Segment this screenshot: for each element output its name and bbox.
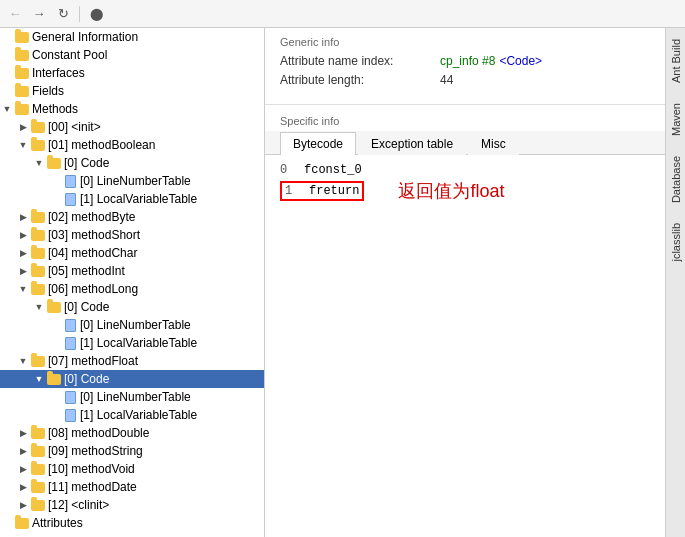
tree-arrow: ▶ [16,266,30,276]
tree-arrow: ▼ [16,140,30,150]
tree-label: [09] methodString [48,444,143,458]
tree-icon-folder [30,500,46,511]
tree-arrow: ▶ [16,428,30,438]
tree-item-lvt-6[interactable]: [1] LocalVariableTable [0,334,264,352]
tree-item-method-void[interactable]: ▶[10] methodVoid [0,460,264,478]
tree-arrow: ▶ [16,230,30,240]
tree-item-attributes[interactable]: Attributes [0,514,264,532]
tree-item-method-float[interactable]: ▼[07] methodFloat [0,352,264,370]
generic-info-title: Generic info [280,36,650,48]
tree-icon-folder [30,248,46,259]
tree-item-method-long[interactable]: ▼[06] methodLong [0,280,264,298]
tree-item-method-string[interactable]: ▶[09] methodString [0,442,264,460]
side-tab-jclasslib[interactable]: jclasslib [667,214,685,271]
side-tab-maven[interactable]: Maven [667,94,685,145]
tree-icon-folder [14,32,30,43]
tree-arrow: ▶ [16,212,30,222]
tree-label: [0] LineNumberTable [80,174,191,188]
side-tab-database[interactable]: Database [667,147,685,212]
tree-label: [1] LocalVariableTable [80,408,197,422]
tab-bytecode[interactable]: Bytecode [280,132,356,155]
tree-item-method-char[interactable]: ▶[04] methodChar [0,244,264,262]
tree-label: Methods [32,102,78,116]
tree-icon-folder [46,158,62,169]
tree-item-lvt-7[interactable]: [1] LocalVariableTable [0,406,264,424]
tree-arrow: ▶ [16,446,30,456]
side-tab-ant-build[interactable]: Ant Build [667,30,685,92]
tree-icon-folder [14,104,30,115]
tree-item-method-init[interactable]: ▶[00] <init> [0,118,264,136]
tree-label: [0] Code [64,156,109,170]
tree-item-method-double[interactable]: ▶[08] methodDouble [0,424,264,442]
attr-length-value: 44 [440,73,453,87]
tree-icon-folder [14,86,30,97]
bytecode-num: 1 [285,184,305,198]
back-button[interactable]: ← [5,4,25,24]
generic-info-section: Generic info Attribute name index: cp_in… [265,28,665,100]
tree-label: General Information [32,30,138,44]
tabs-bar: BytecodeException tableMisc [265,131,665,155]
tree-icon-file [62,193,78,206]
tree-arrow: ▶ [16,248,30,258]
tree-icon-folder [30,464,46,475]
tree-item-constant-pool[interactable]: Constant Pool [0,46,264,64]
right-panel: Generic info Attribute name index: cp_in… [265,28,665,537]
tree-item-lnt-1[interactable]: [0] LineNumberTable [0,172,264,190]
tree-item-method-date[interactable]: ▶[11] methodDate [0,478,264,496]
forward-button[interactable]: → [29,4,49,24]
tree-item-method-boolean[interactable]: ▼[01] methodBoolean [0,136,264,154]
tree-item-method-short[interactable]: ▶[03] methodShort [0,226,264,244]
refresh-button[interactable]: ↻ [53,4,73,24]
tree-item-lvt-1[interactable]: [1] LocalVariableTable [0,190,264,208]
tree-arrow: ▼ [16,284,30,294]
tree-icon-folder [14,518,30,529]
tree-icon-folder [14,68,30,79]
main-area: General InformationConstant PoolInterfac… [0,28,685,537]
tree-label: [00] <init> [48,120,101,134]
tree-item-general-info[interactable]: General Information [0,28,264,46]
tree-item-code-1[interactable]: ▼[0] Code [0,154,264,172]
tree-label: [07] methodFloat [48,354,138,368]
tree-icon-folder [30,482,46,493]
tree-icon-folder [30,446,46,457]
tree-icon-file [62,319,78,332]
tree-item-method-int[interactable]: ▶[05] methodInt [0,262,264,280]
tree-label: Attributes [32,516,83,530]
tree-item-code-7[interactable]: ▼[0] Code [0,370,264,388]
tree-label: [03] methodShort [48,228,140,242]
bytecode-num: 0 [280,163,300,177]
tree-item-interfaces[interactable]: Interfaces [0,64,264,82]
tree-label: [08] methodDouble [48,426,149,440]
tree-label: [11] methodDate [48,480,137,494]
bytecode-content: 0fconst_01freturn返回值为float [265,155,665,537]
loading-indicator: ⬤ [86,4,106,24]
tree-label: [04] methodChar [48,246,137,260]
tree-icon-folder [30,284,46,295]
bytecode-line: 1freturn返回值为float [280,179,650,203]
tab-misc[interactable]: Misc [468,132,519,155]
tree-item-code-6[interactable]: ▼[0] Code [0,298,264,316]
tree-icon-folder [30,230,46,241]
tree-icon-folder [30,356,46,367]
tree-item-method-byte[interactable]: ▶[02] methodByte [0,208,264,226]
tree-label: [12] <clinit> [48,498,109,512]
toolbar-separator [79,6,80,22]
tree-arrow: ▼ [32,302,46,312]
bytecode-instruction: fconst_0 [304,163,362,177]
attr-name-link[interactable]: cp_info #8 [440,54,495,68]
tree-item-method-clinit[interactable]: ▶[12] <clinit> [0,496,264,514]
tab-exception-table[interactable]: Exception table [358,132,466,155]
tree-arrow: ▼ [0,104,14,114]
tree-item-methods[interactable]: ▼Methods [0,100,264,118]
tree-label: [0] LineNumberTable [80,318,191,332]
tree-arrow: ▶ [16,482,30,492]
tree-item-lnt-7[interactable]: [0] LineNumberTable [0,388,264,406]
bytecode-highlighted: 1freturn [280,181,364,201]
side-tabs: Ant BuildMavenDatabasejclasslib [665,28,685,537]
bytecode-instruction: freturn [309,184,359,198]
tree-label: [10] methodVoid [48,462,135,476]
tree-icon-file [62,409,78,422]
tree-item-fields[interactable]: Fields [0,82,264,100]
tree-item-lnt-6[interactable]: [0] LineNumberTable [0,316,264,334]
specific-info-title: Specific info [265,109,665,131]
